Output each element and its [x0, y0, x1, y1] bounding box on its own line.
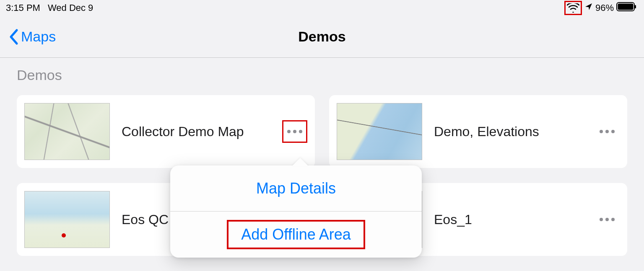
page-title: Demos [298, 28, 345, 45]
ellipsis-icon [287, 130, 302, 133]
svg-rect-1 [618, 4, 634, 10]
chevron-left-icon [8, 28, 18, 45]
nav-bar: Maps Demos [0, 16, 644, 58]
back-label: Maps [21, 28, 56, 45]
map-card-title: Eos_1 [434, 212, 592, 227]
wifi-icon [564, 1, 582, 15]
menu-item-map-details[interactable]: Map Details [170, 165, 422, 212]
back-button[interactable]: Maps [8, 28, 56, 45]
battery-percent: 96% [595, 3, 614, 13]
more-button[interactable] [595, 120, 620, 143]
location-icon [584, 3, 593, 13]
menu-item-label: Add Offline Area [227, 220, 365, 249]
menu-item-label: Map Details [244, 176, 348, 201]
status-bar: 3:15 PM Wed Dec 9 96% [0, 0, 644, 16]
map-card[interactable]: Demo, Elevations [329, 95, 627, 168]
ellipsis-icon [600, 130, 615, 133]
menu-item-add-offline-area[interactable]: Add Offline Area [170, 212, 422, 258]
battery-icon [616, 2, 636, 14]
map-thumbnail [24, 191, 110, 248]
ellipsis-icon [600, 218, 615, 221]
map-card-title: Collector Demo Map [122, 124, 280, 139]
map-thumbnail [337, 103, 422, 160]
status-time: 3:15 PM [6, 3, 40, 13]
context-menu: Map Details Add Offline Area [170, 165, 422, 258]
more-button[interactable] [595, 208, 620, 231]
more-button[interactable] [282, 120, 307, 143]
section-header: Demos [17, 67, 627, 83]
map-card-title: Demo, Elevations [434, 124, 592, 139]
svg-rect-2 [635, 5, 636, 8]
status-date: Wed Dec 9 [48, 3, 93, 13]
map-thumbnail [24, 103, 110, 160]
map-card[interactable]: Collector Demo Map [17, 95, 315, 168]
